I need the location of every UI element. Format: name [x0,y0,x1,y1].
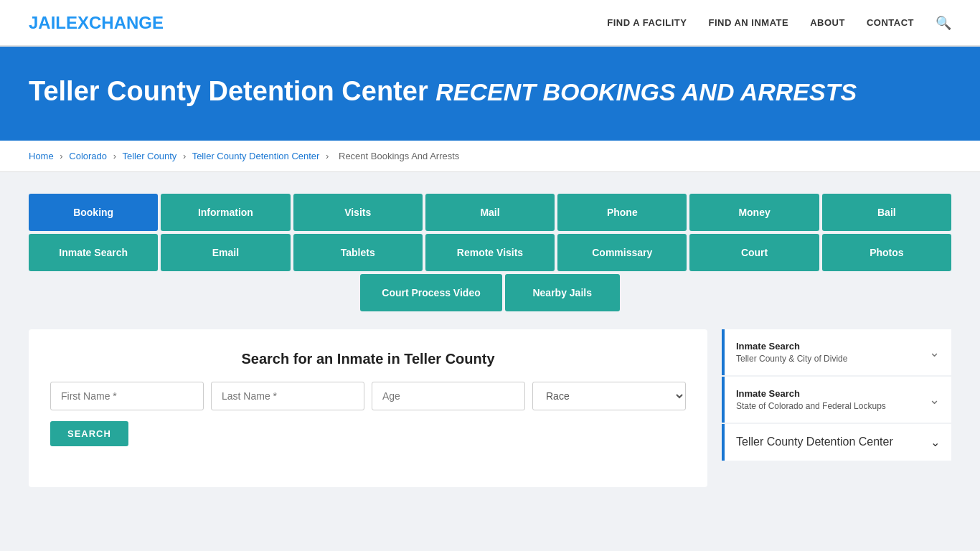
breadcrumb-sep3: › [183,151,186,161]
nav-about[interactable]: ABOUT [810,17,845,28]
tab-court[interactable]: Court [689,234,819,271]
breadcrumb-colorado[interactable]: Colorado [69,151,107,161]
tab-row-1: Booking Information Visits Mail Phone Mo… [29,194,951,231]
sidebar-item-text: Inmate Search Teller County & City of Di… [736,341,847,364]
sidebar-item-inmate-search-teller[interactable]: Inmate Search Teller County & City of Di… [722,329,951,375]
first-name-input[interactable] [50,382,204,410]
tab-mail[interactable]: Mail [425,194,555,231]
logo[interactable]: JAILEXCHANGE [29,13,164,33]
breadcrumb-sep4: › [326,151,329,161]
nav-find-inmate[interactable]: FIND AN INMATE [708,17,788,28]
sidebar-sublabel-1: Teller County & City of Divide [736,354,847,364]
race-select[interactable]: Race White Black Hispanic Asian Other [532,382,686,410]
main-content: Booking Information Visits Mail Phone Mo… [0,172,980,509]
breadcrumb-sep1: › [60,151,62,161]
hero-title-subtitle: RECENT BOOKINGS AND ARRESTS [435,78,857,105]
tab-tablets[interactable]: Tablets [293,234,423,271]
tab-phone[interactable]: Phone [557,194,687,231]
chevron-down-icon-3: ⌄ [930,435,940,449]
breadcrumb-current: Recent Bookings And Arrests [339,151,459,161]
nav-links: FIND A FACILITY FIND AN INMATE ABOUT CON… [607,15,951,31]
sidebar-label-2: Inmate Search [736,388,886,399]
sidebar-panel: Inmate Search Teller County & City of Di… [722,329,951,487]
search-title: Search for an Inmate in Teller County [50,351,686,367]
chevron-down-icon: ⌄ [929,344,940,360]
breadcrumb-home[interactable]: Home [29,151,54,161]
tab-visits[interactable]: Visits [293,194,423,231]
lower-section: Search for an Inmate in Teller County Ra… [29,329,951,487]
tab-money[interactable]: Money [689,194,819,231]
navbar: JAILEXCHANGE FIND A FACILITY FIND AN INM… [0,0,980,47]
tab-court-process-video[interactable]: Court Process Video [360,274,501,311]
breadcrumb-teller-county[interactable]: Teller County [122,151,176,161]
breadcrumb-sep2: › [113,151,116,161]
tab-inmate-search[interactable]: Inmate Search [29,234,158,271]
search-panel: Search for an Inmate in Teller County Ra… [29,329,707,487]
search-icon[interactable]: 🔍 [936,15,951,31]
sidebar-item-inmate-search-colorado[interactable]: Inmate Search State of Colorado and Fede… [722,377,951,423]
breadcrumb: Home › Colorado › Teller County › Teller… [0,141,980,172]
tab-row-2: Inmate Search Email Tablets Remote Visit… [29,234,951,271]
sidebar-label-1: Inmate Search [736,341,847,352]
tab-photos[interactable]: Photos [822,234,951,271]
tab-booking[interactable]: Booking [29,194,158,231]
logo-exchange: EXCHANGE [66,13,164,32]
sidebar-item-text-3: Teller County Detention Center [736,435,893,448]
sidebar-item-text-2: Inmate Search State of Colorado and Fede… [736,388,886,411]
logo-jail: JAIL [29,13,66,32]
tab-commissary[interactable]: Commissary [557,234,687,271]
tab-remote-visits[interactable]: Remote Visits [425,234,555,271]
tab-email[interactable]: Email [161,234,290,271]
hero-title: Teller County Detention Center RECENT BO… [29,75,951,108]
search-inputs: Race White Black Hispanic Asian Other [50,382,686,410]
tab-information[interactable]: Information [161,194,290,231]
hero-section: Teller County Detention Center RECENT BO… [0,47,980,141]
tab-nearby-jails[interactable]: Nearby Jails [505,274,620,311]
nav-find-facility[interactable]: FIND A FACILITY [607,17,687,28]
hero-title-main: Teller County Detention Center [29,76,428,106]
sidebar-sublabel-2: State of Colorado and Federal Lockups [736,401,886,411]
nav-contact[interactable]: CONTACT [867,17,914,28]
tab-row-3: Court Process Video Nearby Jails [29,274,951,311]
age-input[interactable] [372,382,525,410]
tab-bail[interactable]: Bail [822,194,951,231]
sidebar-label-3: Teller County Detention Center [736,435,893,448]
last-name-input[interactable] [211,382,364,410]
sidebar-item-teller-detention[interactable]: Teller County Detention Center ⌄ [722,424,951,461]
breadcrumb-detention[interactable]: Teller County Detention Center [192,151,320,161]
search-button[interactable]: SEARCH [50,421,128,446]
chevron-down-icon-2: ⌄ [929,392,940,408]
